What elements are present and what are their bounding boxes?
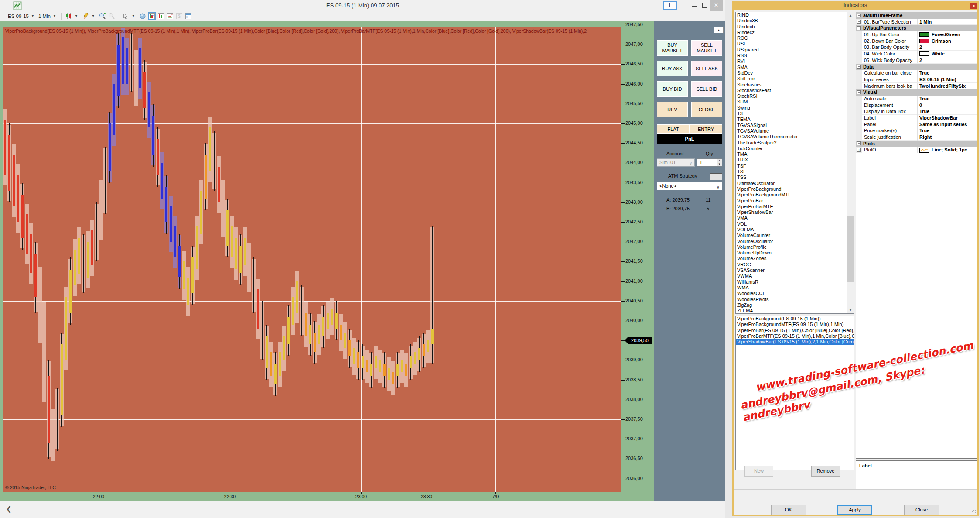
indicator-list-item[interactable]: VolumeOscillator: [736, 239, 854, 244]
indicator-list-item[interactable]: StdDev: [736, 70, 854, 76]
property-value[interactable]: 1 Min: [917, 19, 977, 25]
indicator-list-item[interactable]: RSI: [736, 41, 854, 47]
indicator-list-item[interactable]: StochRSI: [736, 93, 854, 99]
property-value[interactable]: Same as input series: [917, 121, 977, 128]
property-row[interactable]: Displacement0: [856, 102, 977, 109]
indicator-list-item[interactable]: ViperProBarMTF: [736, 204, 854, 209]
indicator-list-item[interactable]: ViperShadowBar: [736, 209, 854, 215]
expand-icon[interactable]: +: [857, 20, 861, 24]
property-value[interactable]: ViperShadowBar: [917, 115, 977, 121]
dialog-titlebar[interactable]: Indicators x: [732, 1, 979, 10]
indicator-list-item[interactable]: WoodiesCCI: [736, 291, 854, 296]
configured-indicator-item[interactable]: ViperProBar(ES 09-15 (1 Min),Color [Blue…: [736, 328, 854, 333]
zoom-out-icon[interactable]: [108, 12, 116, 20]
property-row[interactable]: Price marker(s)True: [856, 127, 977, 134]
indicator-list-item[interactable]: TGVSASignal: [736, 123, 854, 128]
configured-indicator-item[interactable]: ViperProBarMTF(ES 09-15 (1 Min),1 Min,Co…: [736, 333, 854, 339]
chart-style-icon[interactable]: [167, 12, 174, 20]
configured-indicators-list[interactable]: ViperProBackground(ES 09-15 (1 Min))Vipe…: [735, 316, 854, 470]
list-scrollbar[interactable]: ▲ ▼: [847, 12, 854, 313]
property-row[interactable]: Maximum bars look baTwoHundredFiftySix: [856, 83, 977, 89]
property-row[interactable]: 03. Bar Body Opacity2: [856, 44, 977, 51]
indicator-list-item[interactable]: VolumeUpDown: [736, 250, 854, 256]
available-indicators-list[interactable]: RINDRindec3BRindecbRindeczROCRSIRSquared…: [735, 12, 854, 314]
indicator-list-item[interactable]: TSF: [736, 163, 854, 169]
property-category-row[interactable]: −Visual: [856, 89, 977, 96]
properties-icon[interactable]: [185, 12, 192, 20]
property-value[interactable]: ES 09-15 (1 Min): [917, 76, 977, 83]
minimize-icon[interactable]: [692, 6, 697, 7]
indicator-list-item[interactable]: TSI: [736, 169, 854, 175]
expand-icon[interactable]: +: [857, 148, 861, 152]
atm-strategy-select[interactable]: <None>: [657, 182, 722, 190]
indicator-list-item[interactable]: TMA: [736, 151, 854, 157]
indicator-list-item[interactable]: TheTradeScalper2: [736, 140, 854, 146]
indicator-list-item[interactable]: Rindecz: [736, 30, 854, 35]
scroll-left-icon[interactable]: ❮: [6, 505, 12, 513]
apply-button[interactable]: Apply: [837, 505, 872, 515]
data-box-icon[interactable]: [139, 12, 147, 20]
indicator-list-item[interactable]: VMA: [736, 215, 854, 221]
indicator-list-item[interactable]: SMA: [736, 65, 854, 70]
scrollbar-thumb[interactable]: [847, 216, 854, 282]
property-row[interactable]: Display in Data BoxTrue: [856, 108, 977, 115]
indicator-list-item[interactable]: VWMA: [736, 273, 854, 279]
interval-selector[interactable]: 1 Min: [38, 14, 51, 19]
property-value[interactable]: Line; Solid; 1px: [917, 147, 977, 153]
indicator-list-item[interactable]: VSAScanner: [736, 268, 854, 273]
remove-button[interactable]: Remove: [811, 466, 840, 477]
indicator-list-item[interactable]: StochasticsFast: [736, 88, 854, 93]
buy-bid-button[interactable]: BUY BID: [657, 81, 688, 97]
cursor-tool-icon[interactable]: [122, 12, 130, 20]
property-row[interactable]: 02. Down Bar ColorCrimson: [856, 38, 977, 45]
collapse-icon[interactable]: −: [857, 90, 861, 94]
indicator-list-item[interactable]: Rindec3B: [736, 18, 854, 24]
entry-button[interactable]: ENTRY: [690, 124, 722, 134]
ok-button[interactable]: OK: [771, 505, 806, 515]
indicator-list-item[interactable]: ViperProBar: [736, 198, 854, 204]
interval-dropdown-icon[interactable]: ▼: [53, 14, 56, 18]
property-row[interactable]: +PlotOLine; Solid; 1px: [856, 147, 977, 153]
link-button[interactable]: L: [663, 1, 677, 10]
property-row[interactable]: Calculate on bar closeTrue: [856, 70, 977, 76]
indicator-list-item[interactable]: VolumeZones: [736, 256, 854, 261]
collapse-icon[interactable]: −: [857, 65, 861, 69]
property-value[interactable]: 0: [917, 102, 977, 109]
indicator-list-item[interactable]: WoodiesPivots: [736, 297, 854, 302]
property-row[interactable]: 04. Wick ColorWhite: [856, 51, 977, 57]
property-value[interactable]: 2: [917, 44, 977, 51]
zoom-in-icon[interactable]: [99, 12, 106, 20]
configured-indicator-item[interactable]: ViperProBackground(ES 09-15 (1 Min)): [736, 316, 854, 322]
indicator-list-item[interactable]: TickCounter: [736, 146, 854, 151]
indicator-list-item[interactable]: ROC: [736, 35, 854, 41]
indicator-list-item[interactable]: VOL: [736, 221, 854, 227]
property-value[interactable]: True: [917, 127, 977, 134]
indicator-list-item[interactable]: WMA: [736, 285, 854, 291]
close-icon[interactable]: ✕: [710, 0, 723, 11]
dialog-close-icon[interactable]: x: [970, 3, 977, 9]
instrument-dropdown-icon[interactable]: ▼: [31, 14, 34, 18]
scroll-up-icon[interactable]: ▲: [847, 12, 854, 19]
indicator-list-item[interactable]: TSS: [736, 175, 854, 180]
buy-market-button[interactable]: BUY MARKET: [657, 40, 688, 56]
resize-grip[interactable]: [972, 510, 976, 513]
indicator-list-item[interactable]: VolumeProfile: [736, 244, 854, 250]
pnl-display[interactable]: PnL: [657, 134, 722, 144]
drawing-tools-icon[interactable]: [82, 12, 89, 20]
indicator-list-item[interactable]: VolumeCounter: [736, 233, 854, 238]
indicator-list-item[interactable]: SUM: [736, 99, 854, 105]
indicator-list-item[interactable]: RSquared: [736, 47, 854, 53]
collapse-panel-button[interactable]: ▲: [714, 27, 724, 33]
property-row[interactable]: Scale justificationRight: [856, 134, 977, 141]
configured-indicator-item[interactable]: ViperShadowBar(ES 09-15 (1 Min),2,1 Min,…: [736, 339, 854, 345]
property-row[interactable]: PanelSame as input series: [856, 121, 977, 128]
indicator-list-item[interactable]: TEMA: [736, 117, 854, 122]
indicator-list-item[interactable]: Rindecb: [736, 24, 854, 30]
property-value[interactable]: Crimson: [917, 38, 977, 45]
chart-panel-icon[interactable]: [148, 12, 156, 20]
property-value[interactable]: True: [917, 70, 977, 76]
configured-indicator-item[interactable]: ViperProBackgroundMTF(ES 09-15 (1 Min),1…: [736, 322, 854, 327]
property-value[interactable]: True: [917, 108, 977, 115]
property-row[interactable]: Auto scaleTrue: [856, 96, 977, 102]
account-select[interactable]: Sim101: [657, 158, 695, 167]
